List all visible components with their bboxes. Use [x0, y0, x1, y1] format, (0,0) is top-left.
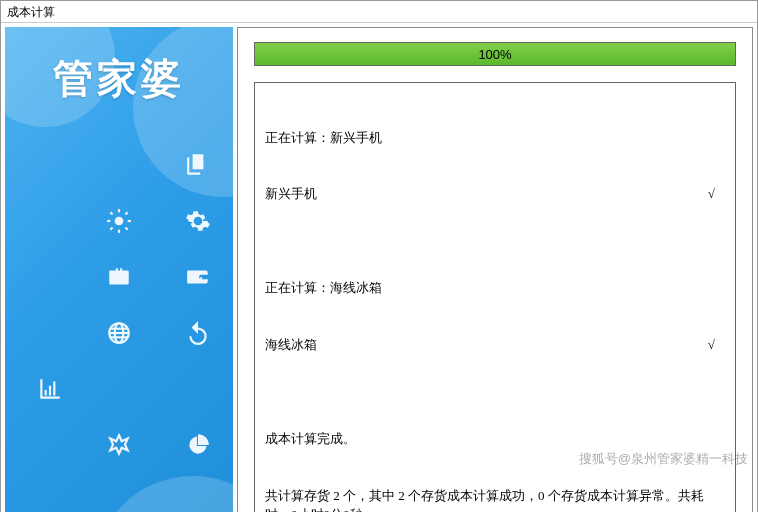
- log-line: 正在计算：海线冰箱: [265, 279, 725, 298]
- progress-label: 100%: [255, 43, 735, 65]
- sidebar-icon-grid: [5, 137, 233, 512]
- undo-icon: [184, 319, 212, 347]
- empty-slot: [105, 151, 133, 179]
- documents-icon: [184, 151, 212, 179]
- wallet-icon: [184, 263, 212, 291]
- sun-icon: [105, 207, 133, 235]
- empty-slot: [36, 263, 64, 291]
- empty-slot: [105, 375, 133, 403]
- empty-slot: [174, 375, 202, 403]
- log-item-name: 新兴手机: [265, 185, 317, 204]
- log-line: 正在计算：新兴手机: [265, 129, 725, 148]
- globe-icon: [105, 319, 133, 347]
- bar-chart-icon: [36, 375, 64, 403]
- log-item-name: 海线冰箱: [265, 336, 317, 355]
- empty-slot: [36, 207, 64, 235]
- pie-chart-icon: [184, 431, 212, 459]
- log-status-ok: √: [708, 185, 725, 204]
- log-status-ok: √: [708, 336, 725, 355]
- window-title: 成本计算: [1, 1, 757, 23]
- progress-bar: 100%: [254, 42, 736, 66]
- cost-calc-window: 成本计算 管家婆: [0, 0, 758, 512]
- empty-slot: [36, 151, 64, 179]
- empty-slot: [36, 319, 64, 347]
- log-summary: 成本计算完成。: [265, 430, 725, 449]
- main-panel: 100% 正在计算：新兴手机 新兴手机 √ 正在计算：海线冰箱 海线冰箱 √ 成…: [237, 27, 753, 512]
- content-area: 管家婆: [1, 23, 757, 512]
- log-line: 新兴手机 √: [265, 185, 725, 204]
- brand-logo-text: 管家婆: [5, 51, 233, 106]
- empty-slot: [36, 431, 64, 459]
- svg-line-5: [110, 212, 112, 214]
- gear-icon: [184, 207, 212, 235]
- log-line: 海线冰箱 √: [265, 336, 725, 355]
- briefcase-icon: [105, 263, 133, 291]
- svg-line-6: [125, 228, 127, 230]
- sidebar: 管家婆: [5, 27, 233, 512]
- svg-line-7: [110, 228, 112, 230]
- log-summary: 共计算存货 2 个，其中 2 个存货成本计算成功，0 个存货成本计算异常。共耗时…: [265, 487, 725, 512]
- calculation-log: 正在计算：新兴手机 新兴手机 √ 正在计算：海线冰箱 海线冰箱 √ 成本计算完成…: [254, 82, 736, 512]
- svg-point-0: [115, 217, 124, 226]
- star-icon: [105, 431, 133, 459]
- svg-line-8: [125, 212, 127, 214]
